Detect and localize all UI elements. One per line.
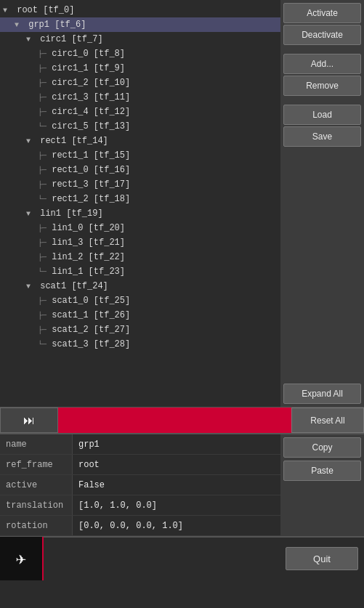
prop-val-ref_frame: root [73,460,280,470]
tree-item-rect1_2[interactable]: └─ rect1_2 [tf_18] [0,192,280,206]
skip-button[interactable]: ⏭ [0,408,58,433]
tree-connector: ├─ [38,254,46,262]
prop-row-rotation: rotation [0.0, 0.0, 0.0, 1.0] [0,516,280,536]
add-button[interactable]: Add... [283,54,361,74]
tree-item-label: rect1 [tf_14] [35,136,108,146]
tree-panel[interactable]: ▼ root [tf_0]▼ grp1 [tf_6]▼ circ1 [tf_7]… [0,0,280,407]
tree-connector: ├─ [38,297,46,305]
tree-item-rect1_0[interactable]: ├─ rect1_0 [tf_16] [0,163,280,177]
tree-connector: └─ [38,268,46,276]
properties-panel: name grp1 ref_frame root active False tr… [0,433,364,536]
tree-item-scat1_0[interactable]: ├─ scat1_0 [tf_25] [0,293,280,308]
logo-area: ✈ [0,537,44,580]
tree-connector: ├─ [38,79,46,87]
tree-connector: ├─ [38,326,46,334]
tree-item-label: scat1_3 [tf_28] [46,339,130,349]
tree-item-label: lin1 [tf_19] [35,208,103,219]
tree-item-rect1_3[interactable]: ├─ rect1_3 [tf_17] [0,177,280,192]
tree-connector: ├─ [38,152,46,160]
tree-arrow: ▼ [26,137,35,145]
tree-item-label: scat1_2 [tf_27] [46,325,130,335]
tree-connector: ├─ [38,166,46,174]
tree-item-scat1_2[interactable]: ├─ scat1_2 [tf_27] [0,323,280,337]
tree-arrow: ▼ [3,7,12,15]
tree-item-label: circ1_4 [tf_12] [46,107,130,117]
tree-item-label: scat1_1 [tf_26] [46,310,130,320]
tree-connector: ├─ [38,108,46,116]
tree-item-lin1[interactable]: ▼ lin1 [tf_19] [0,206,280,221]
prop-row-ref_frame: ref_frame root [0,455,280,475]
tree-item-label: rect1_3 [tf_17] [46,179,130,190]
prop-key-ref_frame: ref_frame [0,455,73,474]
tree-item-lin1_0[interactable]: ├─ lin1_0 [tf_20] [0,221,280,235]
tree-connector: ├─ [38,224,46,232]
tree-item-circ1_0[interactable]: ├─ circ1_0 [tf_8] [0,46,280,61]
load-button[interactable]: Load [283,105,361,125]
tree-item-circ1_2[interactable]: ├─ circ1_2 [tf_10] [0,76,280,90]
tree-item-lin1_1[interactable]: └─ lin1_1 [tf_23] [0,264,280,279]
quit-button[interactable]: Quit [286,547,358,570]
expand-all-button[interactable]: Expand All [283,384,361,404]
tree-item-label: circ1_3 [tf_11] [46,92,130,102]
tree-item-label: scat1_0 [tf_25] [46,296,130,306]
remove-button[interactable]: Remove [283,76,361,96]
tree-connector: ├─ [38,50,46,58]
tree-item-label: grp1 [tf_6] [23,20,86,30]
tree-item-circ1_1[interactable]: ├─ circ1_1 [tf_9] [0,61,280,76]
tree-item-scat1[interactable]: ▼ scat1 [tf_24] [0,279,280,293]
tree-connector: └─ [38,341,46,349]
reset-all-button[interactable]: Reset All [291,408,364,433]
tree-connector: ├─ [38,181,46,189]
tree-connector: ├─ [38,94,46,102]
tree-item-circ1_5[interactable]: └─ circ1_5 [tf_13] [0,119,280,134]
prop-val-translation: [1.0, 1.0, 0.0] [73,500,280,511]
tree-item-circ1[interactable]: ▼ circ1 [tf_7] [0,32,280,46]
props-right: Copy Paste [280,434,364,536]
tree-item-circ1_4[interactable]: ├─ circ1_4 [tf_12] [0,105,280,119]
tree-arrow: ▼ [26,210,35,218]
prop-row-name: name grp1 [0,434,280,455]
tree-item-lin1_3[interactable]: ├─ lin1_3 [tf_21] [0,235,280,250]
tree-item-scat1_3[interactable]: └─ scat1_3 [tf_28] [0,337,280,352]
prop-key-rotation: rotation [0,516,73,535]
tree-item-rect1_1[interactable]: ├─ rect1_1 [tf_15] [0,148,280,163]
prop-row-active: active False [0,475,280,495]
activate-button[interactable]: Activate [283,3,361,23]
tree-item-rect1[interactable]: ▼ rect1 [tf_14] [0,134,280,148]
props-with-buttons: name grp1 ref_frame root active False tr… [0,434,364,536]
tree-item-label: root [tf_0] [12,5,74,15]
paste-button[interactable]: Paste [283,461,361,481]
tree-item-label: rect1_0 [tf_16] [46,165,130,175]
tree-item-label: circ1_0 [tf_8] [46,49,125,59]
tree-item-label: rect1_1 [tf_15] [46,150,130,161]
sidebar-buttons: Activate Deactivate Add... Remove Load S… [280,0,364,407]
tree-item-label: circ1_2 [tf_10] [46,78,130,88]
tree-and-sidebar: ▼ root [tf_0]▼ grp1 [tf_6]▼ circ1 [tf_7]… [0,0,364,407]
tree-item-root[interactable]: ▼ root [tf_0] [0,3,280,17]
tree-arrow: ▼ [26,283,35,291]
tree-item-label: lin1_2 [tf_22] [46,252,125,262]
tree-item-label: scat1 [tf_24] [35,281,108,291]
tree-item-label: rect1_2 [tf_18] [46,194,130,204]
tree-connector: ├─ [38,239,46,247]
prop-row-translation: translation [1.0, 1.0, 0.0] [0,495,280,516]
tree-item-label: lin1_1 [tf_23] [46,267,125,277]
tree-connector: ├─ [38,312,46,320]
prop-key-active: active [0,475,73,495]
skip-icon: ⏭ [23,414,35,427]
bottom-bar: ⏭ Reset All [0,407,364,433]
tree-connector: └─ [38,123,46,131]
tree-item-label: lin1_0 [tf_20] [46,223,125,233]
save-button[interactable]: Save [283,126,361,147]
prop-val-active: False [73,480,280,490]
tree-item-circ1_3[interactable]: ├─ circ1_3 [tf_11] [0,90,280,105]
tree-item-scat1_1[interactable]: ├─ scat1_1 [tf_26] [0,308,280,323]
prop-val-rotation: [0.0, 0.0, 0.0, 1.0] [73,521,280,531]
tree-item-grp1[interactable]: ▼ grp1 [tf_6] [0,17,280,32]
logo-icon: ✈ [16,548,26,570]
progress-bar [58,408,291,433]
tree-connector: ├─ [38,65,46,73]
deactivate-button[interactable]: Deactivate [283,25,361,45]
tree-item-lin1_2[interactable]: ├─ lin1_2 [tf_22] [0,250,280,264]
copy-button[interactable]: Copy [283,437,361,458]
